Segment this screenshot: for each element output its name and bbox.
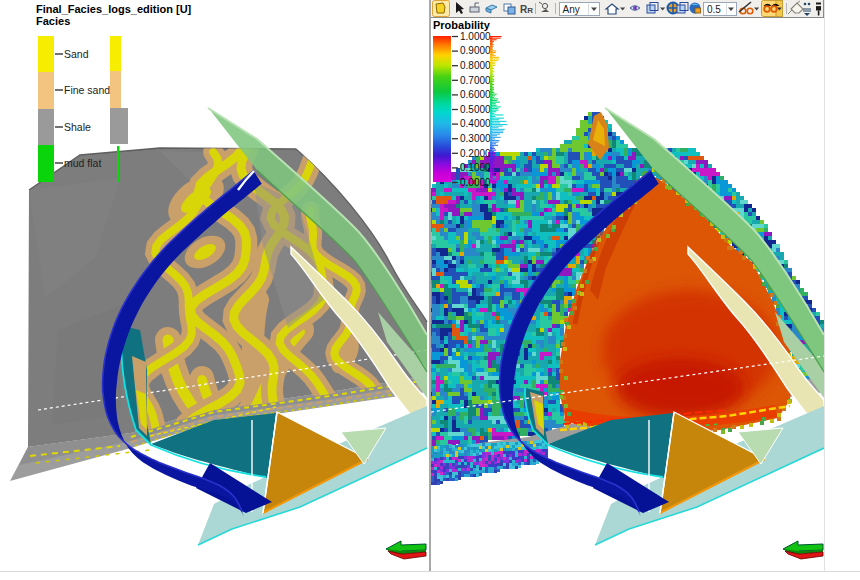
svg-text:0.8000: 0.8000: [460, 60, 491, 71]
svg-text:0.4000: 0.4000: [460, 118, 491, 129]
svg-text:Shale: Shale: [64, 121, 91, 133]
svg-text:RR: RR: [520, 4, 533, 15]
svg-text:0.7000: 0.7000: [460, 75, 491, 86]
svg-text:0.3000: 0.3000: [460, 133, 491, 144]
svg-text:mud flat: mud flat: [64, 157, 101, 169]
svg-text:0.1000: 0.1000: [460, 162, 491, 173]
svg-text:0.6000: 0.6000: [460, 89, 491, 100]
svg-text:Sand: Sand: [64, 48, 89, 60]
svg-text:0.5: 0.5: [707, 4, 721, 15]
svg-text:Facies: Facies: [36, 15, 70, 27]
svg-text:Final_Facies_logs_edition [U]: Final_Facies_logs_edition [U]: [36, 3, 192, 15]
svg-text:Fine sand: Fine sand: [64, 84, 110, 96]
svg-text:0.0000: 0.0000: [460, 177, 491, 188]
svg-text:Any: Any: [563, 4, 580, 15]
svg-text:Probability: Probability: [433, 19, 491, 31]
svg-text:0.5000: 0.5000: [460, 104, 491, 115]
svg-text:0.9000: 0.9000: [460, 45, 491, 56]
svg-text:0.2000: 0.2000: [460, 148, 491, 159]
svg-text:1.0000: 1.0000: [460, 31, 491, 42]
